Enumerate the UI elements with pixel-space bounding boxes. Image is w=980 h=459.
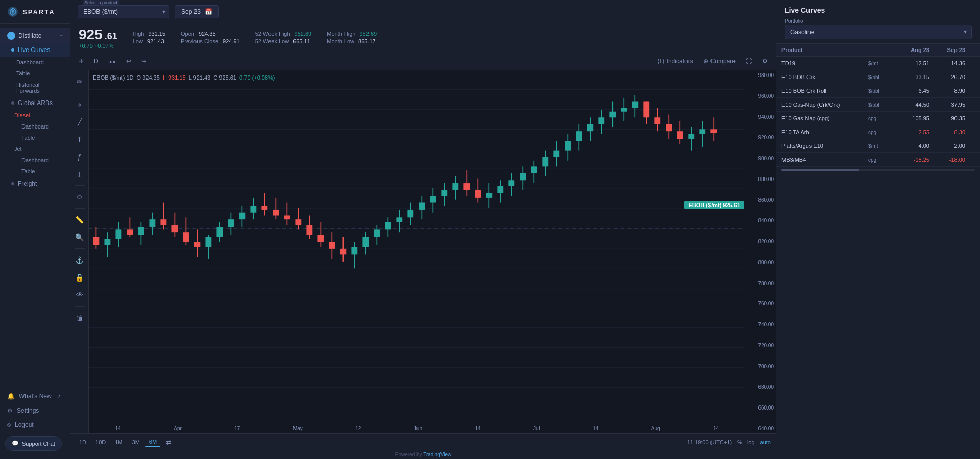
period-6m[interactable]: 6M	[145, 437, 160, 447]
table-row[interactable]: E10 BOB Crk Roll $/bbl 6.45 8.90 5.00 :	[776, 84, 980, 98]
cursor-tool[interactable]: ⌖	[72, 97, 87, 112]
smiley-tool[interactable]: ☺	[72, 190, 87, 204]
tool-divider-5	[75, 306, 85, 307]
sidebar-item-live-curves[interactable]: Live Curves	[0, 43, 70, 57]
svg-rect-44	[228, 219, 234, 227]
y-label-820: 820.00	[745, 239, 776, 244]
svg-rect-78	[419, 203, 425, 210]
sidebar-subitem-diesel-table[interactable]: Table	[0, 132, 70, 143]
oct-value: -16.90	[965, 157, 980, 163]
global-arbs-dot	[11, 101, 14, 105]
indicators-btn[interactable]: ⟨f⟩ Indicators	[654, 56, 696, 67]
oct-value: -1.00	[965, 143, 980, 149]
portfolio-select[interactable]: Gasoline	[785, 25, 972, 39]
anchor-tool[interactable]: ⚓	[72, 253, 87, 267]
oct-value: 17.80	[965, 74, 980, 80]
sidebar-subitem-table-1[interactable]: Table	[0, 68, 70, 79]
svg-rect-118	[643, 102, 649, 118]
ruler-tool[interactable]: 📏	[72, 213, 87, 227]
text-tool[interactable]: T	[72, 132, 87, 146]
price-stat-hl: High 931.15 Low 921.43	[133, 31, 165, 44]
month-low-value: 865.17	[358, 38, 376, 44]
table-row[interactable]: MB3/MB4 cpg -18.25 -18.00 -16.90 -1:	[776, 153, 980, 167]
fullscreen-btn[interactable]: ⛶	[743, 56, 755, 67]
redo-btn[interactable]: ↪	[138, 56, 150, 67]
product-name: E10 TA Arb	[781, 129, 868, 135]
period-compare[interactable]: ⇄	[162, 437, 176, 448]
table-row[interactable]: E10 Gas-Nap (cpg) cpg 105.95 90.35 68.80…	[776, 112, 980, 125]
svg-rect-68	[362, 237, 369, 247]
period-3m[interactable]: 3M	[129, 438, 143, 447]
trend-line-tool[interactable]: ╱	[72, 115, 87, 129]
x-label-14-3: 14	[593, 426, 598, 431]
aug-value: 44.50	[894, 101, 929, 108]
y-label-960: 960.00	[745, 93, 776, 99]
compare-btn[interactable]: ⊕ Compare	[700, 56, 739, 67]
pattern-tool[interactable]: ◫	[72, 167, 87, 181]
sidebar-subitem-dashboard-1[interactable]: Dashboard	[0, 57, 70, 68]
scrollbar-track[interactable]	[781, 169, 975, 171]
unit-label: $/mt	[868, 61, 894, 66]
undo-btn[interactable]: ↩	[123, 56, 134, 67]
sidebar-item-freight[interactable]: Freight	[0, 177, 70, 190]
scrollbar-thumb[interactable]	[781, 169, 859, 171]
x-label-jul: Jul	[533, 426, 540, 431]
period-1d[interactable]: 1D	[76, 438, 90, 447]
log-toggle[interactable]: log	[747, 439, 755, 445]
table-row[interactable]: TD19 $/mt 12.51 14.36 16.64 1:	[776, 57, 980, 70]
svg-rect-70	[374, 229, 380, 237]
lock-tool[interactable]: 🔒	[72, 270, 87, 285]
svg-rect-76	[407, 210, 413, 217]
settings-item[interactable]: ⚙ Settings	[0, 403, 70, 418]
period-1m[interactable]: 1M	[111, 438, 126, 447]
svg-rect-66	[351, 247, 357, 254]
date-picker[interactable]: Sep 23 📅	[175, 5, 219, 18]
month-high-value: 952.69	[359, 31, 377, 37]
distillate-category[interactable]: Distillate ≡	[0, 28, 70, 43]
crosshair-tool[interactable]: ✛	[76, 56, 87, 67]
settings-btn[interactable]: ⚙	[759, 56, 771, 67]
sidebar-item-global-arbs[interactable]: Global ARBs	[0, 96, 70, 110]
compare-icon: ⊕	[703, 58, 708, 65]
tool-divider-2	[75, 185, 85, 186]
table-row[interactable]: E10 Gas-Nap (Crk/Crk) $/bbl 44.50 37.95 …	[776, 98, 980, 112]
oct-value: 28.90	[965, 101, 980, 108]
delete-tool[interactable]: 🗑	[72, 311, 87, 325]
svg-rect-114	[621, 108, 627, 112]
product-select[interactable]: EBOB ($/mt)	[78, 5, 169, 18]
hide-tool[interactable]: 👁	[72, 288, 87, 302]
candle-type-btn[interactable]: ⬥⬥	[106, 56, 119, 67]
global-arbs-label: Global ARBs	[18, 99, 53, 107]
table-row[interactable]: E10 BOB Crk $/bbl 33.15 26.70 17.80 1:	[776, 70, 980, 84]
svg-rect-62	[329, 242, 335, 248]
table-row[interactable]: Platts/Argus E10 $/mt 4.00 2.00 -1.00 :	[776, 139, 980, 153]
auto-toggle[interactable]: auto	[760, 439, 771, 445]
svg-rect-54	[284, 215, 290, 219]
sidebar-subitem-diesel-dashboard[interactable]: Dashboard	[0, 121, 70, 132]
whats-new-item[interactable]: 🔔 What's New ↗	[0, 389, 70, 403]
period-10d[interactable]: 10D	[92, 438, 109, 447]
sidebar-subitem-jet-dashboard[interactable]: Dashboard	[0, 155, 70, 166]
price-stat-month: Month High 952.69 Month Low 865.17	[327, 31, 377, 44]
product-select-wrapper: Select a product EBOB ($/mt) ▾	[78, 5, 169, 18]
table-row[interactable]: E10 TA Arb cpg -2.55 -8.30 4.55 :	[776, 125, 980, 139]
sidebar-subitem-jet-table[interactable]: Table	[0, 166, 70, 177]
svg-rect-108	[587, 124, 593, 131]
svg-rect-122	[666, 124, 672, 131]
nav-distillate: Distillate ≡ Live Curves Dashboard Table…	[0, 24, 70, 194]
interval-btn[interactable]: D	[91, 56, 102, 67]
sidebar: SPARTA Distillate ≡ Live Curves Dashboar…	[0, 0, 70, 459]
52w-low-label: 52 Week Low	[255, 38, 289, 44]
pencil-tool[interactable]: ✏	[72, 74, 87, 89]
logout-item[interactable]: ⎋ Logout	[0, 418, 70, 432]
tradingview-link[interactable]: TradingView	[423, 452, 451, 457]
sep-value: 2.00	[929, 143, 965, 149]
sep-value: -18.00	[929, 157, 965, 163]
support-chat-button[interactable]: 💬 Support Chat	[5, 436, 62, 451]
chart-main[interactable]: EBOB ($/mt) 1D O 924.35 H 931.15 L 921.4…	[89, 70, 776, 434]
fibonacci-tool[interactable]: ƒ	[72, 149, 87, 164]
indicators-label: Indicators	[667, 58, 693, 65]
zoom-tool[interactable]: 🔍	[72, 230, 87, 244]
sidebar-subitem-hist-forwards[interactable]: Historical Forwards	[0, 79, 70, 96]
percent-toggle[interactable]: %	[737, 439, 742, 445]
